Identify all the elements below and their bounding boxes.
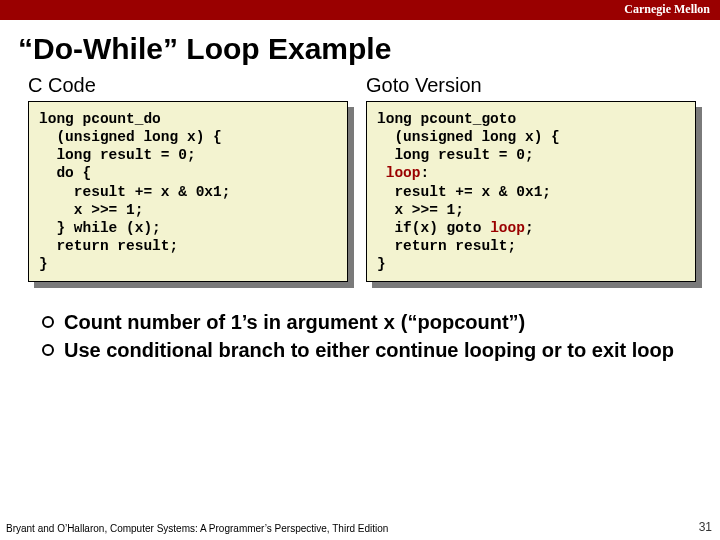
slide-title: “Do-While” Loop Example bbox=[18, 32, 702, 66]
page-number: 31 bbox=[699, 520, 712, 534]
inline-code: x bbox=[383, 312, 395, 335]
bullet-text: Count number of 1’s in argument x (“popc… bbox=[64, 310, 525, 336]
right-code-wrap: long pcount_goto (unsigned long x) { lon… bbox=[366, 101, 696, 282]
left-code-wrap: long pcount_do (unsigned long x) { long … bbox=[28, 101, 348, 282]
brand-text: Carnegie Mellon bbox=[624, 2, 710, 17]
right-heading: Goto Version bbox=[366, 74, 696, 97]
left-heading: C Code bbox=[28, 74, 348, 97]
bullet-item: Use conditional branch to either continu… bbox=[42, 338, 690, 363]
code-columns: C Code long pcount_do (unsigned long x) … bbox=[0, 74, 720, 282]
bullet-item: Count number of 1’s in argument x (“popc… bbox=[42, 310, 690, 336]
left-code: long pcount_do (unsigned long x) { long … bbox=[28, 101, 348, 282]
right-column: Goto Version long pcount_goto (unsigned … bbox=[366, 74, 696, 282]
bullet-marker bbox=[42, 316, 54, 328]
left-column: C Code long pcount_do (unsigned long x) … bbox=[28, 74, 348, 282]
header-bar: Carnegie Mellon bbox=[0, 0, 720, 20]
footer-citation: Bryant and O’Hallaron, Computer Systems:… bbox=[6, 523, 388, 534]
bullet-list: Count number of 1’s in argument x (“popc… bbox=[42, 310, 690, 363]
bullet-text: Use conditional branch to either continu… bbox=[64, 338, 674, 363]
bullet-marker bbox=[42, 344, 54, 356]
right-code: long pcount_goto (unsigned long x) { lon… bbox=[366, 101, 696, 282]
